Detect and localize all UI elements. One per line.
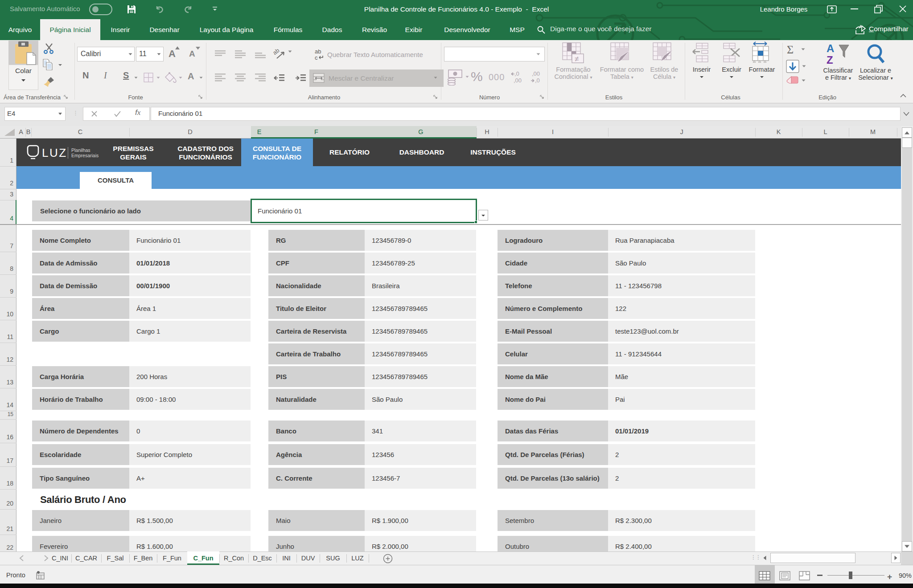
svg-text:Z: Z <box>827 54 833 65</box>
svg-text:,0: ,0 <box>514 70 519 77</box>
svg-text:ab: ab <box>273 48 281 56</box>
svg-text:c: c <box>315 54 318 61</box>
svg-text:,00: ,00 <box>514 77 522 84</box>
svg-text:A: A <box>827 42 834 54</box>
svg-text:ab: ab <box>315 48 321 55</box>
svg-text:,00: ,00 <box>532 70 540 77</box>
svg-text:≠: ≠ <box>575 55 579 63</box>
svg-text:,0: ,0 <box>535 77 540 84</box>
